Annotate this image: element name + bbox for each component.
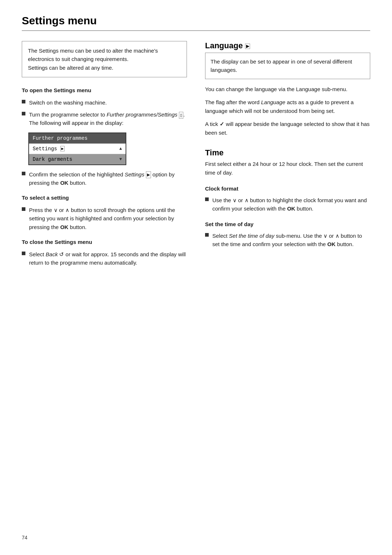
list-item: Turn the programme selector to Further p…	[22, 110, 187, 127]
bullet-text: Use the ∨ or ∧ button to highlight the c…	[212, 196, 370, 213]
settings-text: Settings ▶	[33, 146, 65, 152]
close-settings-list: Select Back ↺ or wait for approx. 15 sec…	[22, 250, 187, 267]
bullet-text: Select Back ↺ or wait for approx. 15 sec…	[29, 250, 187, 267]
time-title: Time	[205, 148, 370, 158]
settings-flag-icon: ▯	[179, 112, 183, 119]
intro-box: The Settings menu can be used to alter t…	[22, 41, 187, 77]
language-para1: You can change the language via the Lang…	[205, 85, 370, 94]
bullet-icon	[22, 100, 25, 103]
settings-sub-flag-icon: ▶	[60, 146, 65, 151]
set-time-heading: Set the time of day	[205, 220, 370, 229]
bullet-icon	[22, 252, 25, 255]
bullet-text: Confirm the selection of the highlighted…	[29, 170, 187, 187]
intro-text: The Settings menu can be used to alter t…	[28, 48, 158, 71]
main-content: The Settings menu can be used to alter t…	[22, 41, 370, 270]
left-column: The Settings menu can be used to alter t…	[22, 41, 187, 270]
list-item: Select Back ↺ or wait for approx. 15 sec…	[22, 250, 187, 267]
list-item: Confirm the selection of the highlighted…	[22, 170, 187, 187]
list-item: Switch on the washing machine.	[22, 98, 187, 107]
display-row-settings: Settings ▶ ▲	[29, 143, 126, 154]
bullet-icon	[205, 197, 209, 201]
set-time-list: Select Set the time of day sub-menu. Use…	[205, 232, 370, 249]
further-programmes-text: Further programmes	[33, 135, 87, 141]
display-row-further-programmes: Further programmes	[29, 133, 126, 143]
page-number: 74	[22, 535, 28, 540]
dark-garments-text: Dark garments	[33, 156, 72, 162]
language-section: Language ▶ The display can be set to app…	[205, 41, 370, 137]
select-setting-heading: To select a setting	[22, 193, 187, 202]
bullet-text: Press the ∨ or ∧ button to scroll throug…	[29, 206, 187, 231]
scroll-down-icon: ▼	[119, 157, 122, 162]
scroll-up-icon: ▲	[119, 146, 122, 151]
right-column: Language ▶ The display can be set to app…	[205, 41, 370, 252]
language-box-text: The display can be set to appear in one …	[211, 58, 352, 73]
select-setting-list: Press the ∨ or ∧ button to scroll throug…	[22, 206, 187, 231]
close-settings-heading: To close the Settings menu	[22, 238, 187, 246]
list-item: Use the ∨ or ∧ button to highlight the c…	[205, 196, 370, 213]
open-settings-list: Switch on the washing machine. Turn the …	[22, 98, 187, 127]
language-flag-icon: ▶	[245, 44, 250, 49]
confirm-list: Confirm the selection of the highlighted…	[22, 170, 187, 187]
bullet-icon	[22, 112, 25, 115]
bullet-text: Switch on the washing machine.	[29, 98, 187, 107]
page-title: Settings menu	[22, 15, 370, 27]
bullet-text: Turn the programme selector to Further p…	[29, 110, 187, 127]
bullet-text: Select Set the time of day sub-menu. Use…	[212, 232, 370, 249]
list-item: Select Set the time of day sub-menu. Use…	[205, 232, 370, 249]
language-title: Language ▶	[205, 41, 370, 50]
display-row-dark-garments: Dark garments ▼	[29, 154, 126, 164]
title-divider	[22, 30, 370, 31]
language-title-text: Language	[205, 41, 243, 50]
bullet-icon	[205, 233, 209, 237]
time-intro: First select either a 24 hour or 12 hour…	[205, 160, 370, 177]
time-section: Time First select either a 24 hour or 12…	[205, 148, 370, 249]
language-box: The display can be set to appear in one …	[205, 53, 370, 79]
confirm-flag-icon: ▶	[146, 171, 151, 178]
language-para2: The flag after the word Language acts as…	[205, 98, 370, 115]
bullet-icon	[22, 172, 25, 175]
list-item: Press the ∨ or ∧ button to scroll throug…	[22, 206, 187, 231]
clock-format-heading: Clock format	[205, 184, 370, 193]
display-box: Further programmes Settings ▶ ▲ Dark gar…	[28, 132, 126, 165]
language-para3: A tick ✓ will appear beside the language…	[205, 120, 370, 137]
bullet-icon	[22, 207, 25, 211]
clock-format-list: Use the ∨ or ∧ button to highlight the c…	[205, 196, 370, 213]
open-settings-heading: To open the Settings menu	[22, 86, 187, 95]
